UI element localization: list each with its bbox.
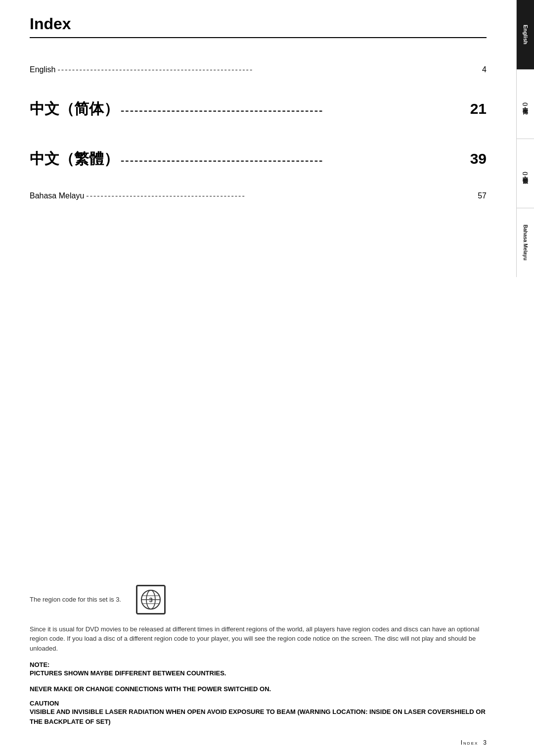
caution-title: CAUTION	[30, 700, 487, 707]
sidebar-tab-chinese-simplified[interactable]: 中文(简体)	[516, 69, 534, 139]
sidebar-tab-chinese-traditional-label: 中文(繁體)	[522, 172, 529, 175]
toc-dots-chinese-traditional: ----------------------------------------…	[121, 154, 468, 167]
toc-entry-english: English --------------------------------…	[30, 58, 487, 79]
sidebar-tab-bahasa[interactable]: Bahasa Melayu	[516, 208, 534, 277]
toc-entry-bahasa: Bahasa Melayu --------------------------…	[30, 184, 487, 205]
sidebar-tab-chinese-simplified-label: 中文(简体)	[522, 102, 529, 106]
caution-body: VISIBLE AND INVISIBLE LASER RADIATION WH…	[30, 707, 487, 726]
footer: Index 3	[461, 739, 487, 746]
region-code-text: The region code for this set is 3.	[30, 596, 121, 603]
toc-section: English --------------------------------…	[30, 58, 487, 205]
sidebar-tab-english-label: English	[523, 25, 529, 45]
toc-page-english: 4	[482, 65, 487, 74]
footer-index-label: Index	[461, 739, 479, 746]
sidebar-tabs: English 中文(简体) 中文(繁體) Bahasa Melayu	[516, 0, 534, 756]
bottom-section: The region code for this set is 3. 3 Sin…	[30, 585, 487, 727]
note-section: NOTE: PICTURES SHOWN MAYBE DIFFERENT BET…	[30, 661, 487, 678]
toc-page-bahasa: 57	[478, 191, 487, 200]
region-code-icon: 3	[136, 585, 166, 614]
dvd-info-text: Since it is usual for DVD movies to be r…	[30, 624, 487, 654]
page-title-area: Index	[30, 15, 487, 38]
region-globe-svg: 3	[140, 589, 162, 611]
toc-page-chinese-simplified: 21	[470, 100, 487, 117]
toc-label-english: English	[30, 65, 55, 74]
toc-entry-chinese-traditional: 中文（繁體） ---------------------------------…	[30, 134, 487, 179]
warning-text: NEVER MAKE OR CHANGE CONNECTIONS WITH TH…	[30, 684, 487, 694]
caution-section: CAUTION VISIBLE AND INVISIBLE LASER RADI…	[30, 700, 487, 726]
toc-label-bahasa: Bahasa Melayu	[30, 191, 84, 200]
note-body: PICTURES SHOWN MAYBE DIFFERENT BETWEEN C…	[30, 668, 487, 678]
sidebar-tab-english[interactable]: English	[516, 0, 534, 69]
page: English 中文(简体) 中文(繁體) Bahasa Melayu Inde…	[0, 0, 534, 756]
note-title: NOTE:	[30, 661, 487, 668]
toc-dots-chinese-simplified: ----------------------------------------…	[121, 104, 468, 117]
page-title: Index	[30, 15, 487, 33]
sidebar-tab-chinese-traditional[interactable]: 中文(繁體)	[516, 139, 534, 208]
footer-page-number: 3	[483, 739, 487, 746]
toc-label-chinese-traditional: 中文（繁體）	[30, 149, 119, 169]
sidebar-tab-bahasa-label: Bahasa Melayu	[523, 225, 528, 260]
toc-entry-chinese-simplified: 中文（简体） ---------------------------------…	[30, 84, 487, 129]
toc-dots-bahasa: ----------------------------------------…	[86, 191, 476, 200]
toc-dots-english: ----------------------------------------…	[57, 65, 480, 74]
region-code-row: The region code for this set is 3. 3	[30, 585, 487, 614]
toc-page-chinese-traditional: 39	[470, 150, 487, 167]
toc-label-chinese-simplified: 中文（简体）	[30, 99, 119, 119]
svg-text:3: 3	[149, 596, 152, 604]
